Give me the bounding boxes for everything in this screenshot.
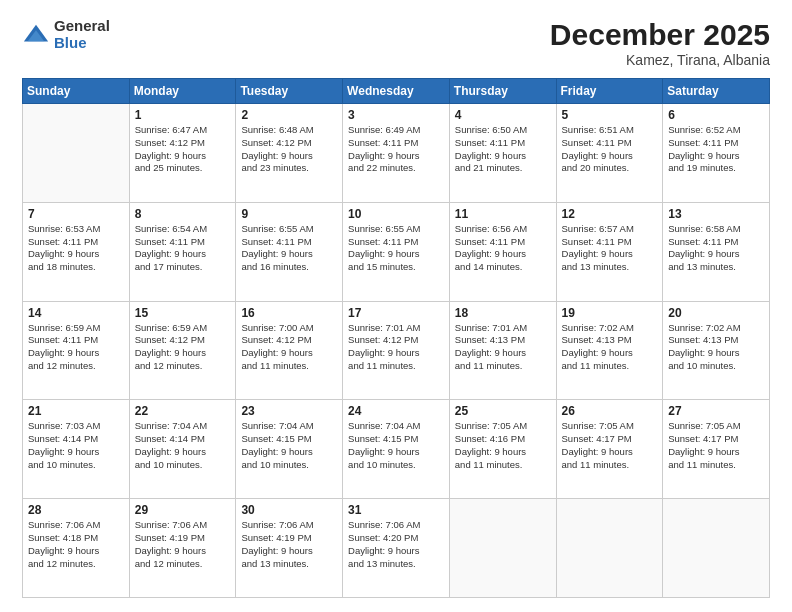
- day-number: 14: [28, 306, 124, 320]
- day-info: Sunrise: 7:06 AM Sunset: 4:19 PM Dayligh…: [241, 519, 337, 570]
- table-row: 14Sunrise: 6:59 AM Sunset: 4:11 PM Dayli…: [23, 301, 130, 400]
- title-block: December 2025 Kamez, Tirana, Albania: [550, 18, 770, 68]
- table-row: 2Sunrise: 6:48 AM Sunset: 4:12 PM Daylig…: [236, 104, 343, 203]
- day-info: Sunrise: 6:54 AM Sunset: 4:11 PM Dayligh…: [135, 223, 231, 274]
- day-number: 16: [241, 306, 337, 320]
- col-monday: Monday: [129, 79, 236, 104]
- day-number: 3: [348, 108, 444, 122]
- day-info: Sunrise: 6:49 AM Sunset: 4:11 PM Dayligh…: [348, 124, 444, 175]
- day-info: Sunrise: 6:48 AM Sunset: 4:12 PM Dayligh…: [241, 124, 337, 175]
- table-row: 12Sunrise: 6:57 AM Sunset: 4:11 PM Dayli…: [556, 202, 663, 301]
- day-info: Sunrise: 6:47 AM Sunset: 4:12 PM Dayligh…: [135, 124, 231, 175]
- day-info: Sunrise: 7:05 AM Sunset: 4:17 PM Dayligh…: [668, 420, 764, 471]
- day-info: Sunrise: 7:02 AM Sunset: 4:13 PM Dayligh…: [562, 322, 658, 373]
- table-row: 8Sunrise: 6:54 AM Sunset: 4:11 PM Daylig…: [129, 202, 236, 301]
- table-row: 26Sunrise: 7:05 AM Sunset: 4:17 PM Dayli…: [556, 400, 663, 499]
- day-info: Sunrise: 7:04 AM Sunset: 4:15 PM Dayligh…: [348, 420, 444, 471]
- day-number: 6: [668, 108, 764, 122]
- day-number: 28: [28, 503, 124, 517]
- day-number: 18: [455, 306, 551, 320]
- day-number: 5: [562, 108, 658, 122]
- col-thursday: Thursday: [449, 79, 556, 104]
- day-info: Sunrise: 6:55 AM Sunset: 4:11 PM Dayligh…: [241, 223, 337, 274]
- day-info: Sunrise: 6:57 AM Sunset: 4:11 PM Dayligh…: [562, 223, 658, 274]
- day-number: 31: [348, 503, 444, 517]
- day-info: Sunrise: 7:04 AM Sunset: 4:15 PM Dayligh…: [241, 420, 337, 471]
- table-row: [663, 499, 770, 598]
- page: General Blue December 2025 Kamez, Tirana…: [0, 0, 792, 612]
- day-number: 23: [241, 404, 337, 418]
- table-row: 20Sunrise: 7:02 AM Sunset: 4:13 PM Dayli…: [663, 301, 770, 400]
- calendar-header-row: Sunday Monday Tuesday Wednesday Thursday…: [23, 79, 770, 104]
- calendar-week-row: 14Sunrise: 6:59 AM Sunset: 4:11 PM Dayli…: [23, 301, 770, 400]
- day-number: 2: [241, 108, 337, 122]
- calendar-week-row: 1Sunrise: 6:47 AM Sunset: 4:12 PM Daylig…: [23, 104, 770, 203]
- day-number: 24: [348, 404, 444, 418]
- day-number: 17: [348, 306, 444, 320]
- col-sunday: Sunday: [23, 79, 130, 104]
- table-row: 5Sunrise: 6:51 AM Sunset: 4:11 PM Daylig…: [556, 104, 663, 203]
- table-row: 4Sunrise: 6:50 AM Sunset: 4:11 PM Daylig…: [449, 104, 556, 203]
- table-row: 3Sunrise: 6:49 AM Sunset: 4:11 PM Daylig…: [343, 104, 450, 203]
- col-friday: Friday: [556, 79, 663, 104]
- table-row: 11Sunrise: 6:56 AM Sunset: 4:11 PM Dayli…: [449, 202, 556, 301]
- col-wednesday: Wednesday: [343, 79, 450, 104]
- day-info: Sunrise: 7:04 AM Sunset: 4:14 PM Dayligh…: [135, 420, 231, 471]
- day-info: Sunrise: 6:50 AM Sunset: 4:11 PM Dayligh…: [455, 124, 551, 175]
- day-number: 30: [241, 503, 337, 517]
- day-number: 8: [135, 207, 231, 221]
- day-number: 10: [348, 207, 444, 221]
- table-row: 16Sunrise: 7:00 AM Sunset: 4:12 PM Dayli…: [236, 301, 343, 400]
- table-row: [23, 104, 130, 203]
- day-number: 19: [562, 306, 658, 320]
- day-number: 25: [455, 404, 551, 418]
- day-info: Sunrise: 7:01 AM Sunset: 4:12 PM Dayligh…: [348, 322, 444, 373]
- logo-icon: [22, 21, 50, 49]
- day-info: Sunrise: 6:51 AM Sunset: 4:11 PM Dayligh…: [562, 124, 658, 175]
- table-row: 22Sunrise: 7:04 AM Sunset: 4:14 PM Dayli…: [129, 400, 236, 499]
- calendar-week-row: 28Sunrise: 7:06 AM Sunset: 4:18 PM Dayli…: [23, 499, 770, 598]
- logo: General Blue: [22, 18, 110, 51]
- day-info: Sunrise: 7:06 AM Sunset: 4:18 PM Dayligh…: [28, 519, 124, 570]
- day-number: 12: [562, 207, 658, 221]
- table-row: 7Sunrise: 6:53 AM Sunset: 4:11 PM Daylig…: [23, 202, 130, 301]
- table-row: 24Sunrise: 7:04 AM Sunset: 4:15 PM Dayli…: [343, 400, 450, 499]
- day-number: 21: [28, 404, 124, 418]
- day-info: Sunrise: 6:59 AM Sunset: 4:11 PM Dayligh…: [28, 322, 124, 373]
- calendar-week-row: 21Sunrise: 7:03 AM Sunset: 4:14 PM Dayli…: [23, 400, 770, 499]
- table-row: [449, 499, 556, 598]
- table-row: 9Sunrise: 6:55 AM Sunset: 4:11 PM Daylig…: [236, 202, 343, 301]
- day-info: Sunrise: 7:02 AM Sunset: 4:13 PM Dayligh…: [668, 322, 764, 373]
- table-row: 25Sunrise: 7:05 AM Sunset: 4:16 PM Dayli…: [449, 400, 556, 499]
- day-number: 4: [455, 108, 551, 122]
- day-info: Sunrise: 7:06 AM Sunset: 4:20 PM Dayligh…: [348, 519, 444, 570]
- day-info: Sunrise: 7:01 AM Sunset: 4:13 PM Dayligh…: [455, 322, 551, 373]
- calendar-week-row: 7Sunrise: 6:53 AM Sunset: 4:11 PM Daylig…: [23, 202, 770, 301]
- table-row: 27Sunrise: 7:05 AM Sunset: 4:17 PM Dayli…: [663, 400, 770, 499]
- col-tuesday: Tuesday: [236, 79, 343, 104]
- table-row: 1Sunrise: 6:47 AM Sunset: 4:12 PM Daylig…: [129, 104, 236, 203]
- table-row: 6Sunrise: 6:52 AM Sunset: 4:11 PM Daylig…: [663, 104, 770, 203]
- day-info: Sunrise: 6:53 AM Sunset: 4:11 PM Dayligh…: [28, 223, 124, 274]
- logo-general-text: General: [54, 18, 110, 35]
- table-row: 31Sunrise: 7:06 AM Sunset: 4:20 PM Dayli…: [343, 499, 450, 598]
- day-info: Sunrise: 7:05 AM Sunset: 4:16 PM Dayligh…: [455, 420, 551, 471]
- calendar-table: Sunday Monday Tuesday Wednesday Thursday…: [22, 78, 770, 598]
- day-number: 26: [562, 404, 658, 418]
- day-number: 20: [668, 306, 764, 320]
- day-number: 7: [28, 207, 124, 221]
- day-info: Sunrise: 6:59 AM Sunset: 4:12 PM Dayligh…: [135, 322, 231, 373]
- table-row: 13Sunrise: 6:58 AM Sunset: 4:11 PM Dayli…: [663, 202, 770, 301]
- day-info: Sunrise: 7:06 AM Sunset: 4:19 PM Dayligh…: [135, 519, 231, 570]
- day-number: 15: [135, 306, 231, 320]
- title-location: Kamez, Tirana, Albania: [550, 52, 770, 68]
- day-info: Sunrise: 7:05 AM Sunset: 4:17 PM Dayligh…: [562, 420, 658, 471]
- day-number: 27: [668, 404, 764, 418]
- table-row: 28Sunrise: 7:06 AM Sunset: 4:18 PM Dayli…: [23, 499, 130, 598]
- table-row: 19Sunrise: 7:02 AM Sunset: 4:13 PM Dayli…: [556, 301, 663, 400]
- day-number: 13: [668, 207, 764, 221]
- title-month: December 2025: [550, 18, 770, 52]
- day-number: 22: [135, 404, 231, 418]
- logo-text: General Blue: [54, 18, 110, 51]
- col-saturday: Saturday: [663, 79, 770, 104]
